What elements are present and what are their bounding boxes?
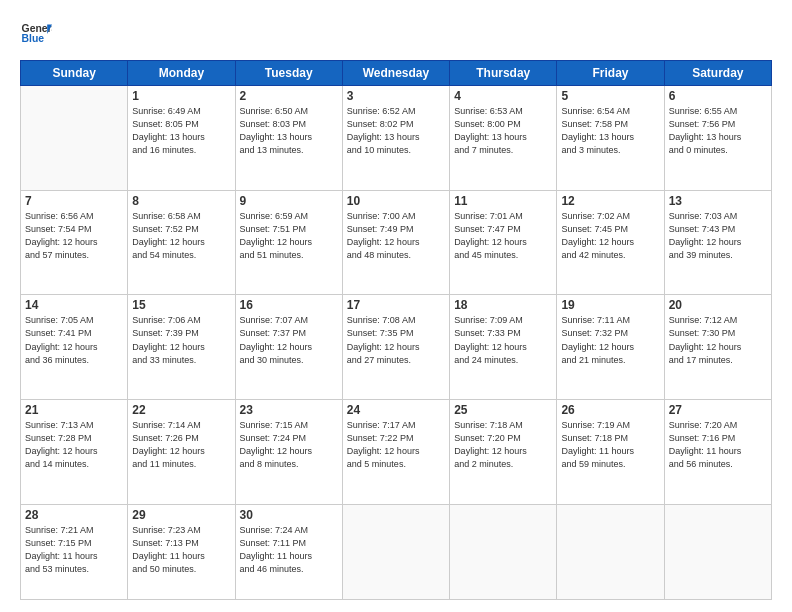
day-info: Sunrise: 6:49 AM Sunset: 8:05 PM Dayligh… <box>132 105 230 157</box>
day-number: 29 <box>132 508 230 522</box>
day-number: 7 <box>25 194 123 208</box>
day-number: 2 <box>240 89 338 103</box>
day-info: Sunrise: 7:20 AM Sunset: 7:16 PM Dayligh… <box>669 419 767 471</box>
day-info: Sunrise: 7:00 AM Sunset: 7:49 PM Dayligh… <box>347 210 445 262</box>
day-info: Sunrise: 6:55 AM Sunset: 7:56 PM Dayligh… <box>669 105 767 157</box>
day-number: 27 <box>669 403 767 417</box>
day-info: Sunrise: 7:05 AM Sunset: 7:41 PM Dayligh… <box>25 314 123 366</box>
day-number: 6 <box>669 89 767 103</box>
day-info: Sunrise: 6:52 AM Sunset: 8:02 PM Dayligh… <box>347 105 445 157</box>
day-number: 15 <box>132 298 230 312</box>
day-number: 16 <box>240 298 338 312</box>
day-info: Sunrise: 6:56 AM Sunset: 7:54 PM Dayligh… <box>25 210 123 262</box>
day-number: 24 <box>347 403 445 417</box>
day-info: Sunrise: 6:53 AM Sunset: 8:00 PM Dayligh… <box>454 105 552 157</box>
calendar-cell: 16Sunrise: 7:07 AM Sunset: 7:37 PM Dayli… <box>235 295 342 400</box>
calendar-cell <box>342 504 449 599</box>
day-number: 28 <box>25 508 123 522</box>
day-number: 20 <box>669 298 767 312</box>
calendar-cell: 17Sunrise: 7:08 AM Sunset: 7:35 PM Dayli… <box>342 295 449 400</box>
calendar-cell: 26Sunrise: 7:19 AM Sunset: 7:18 PM Dayli… <box>557 400 664 505</box>
calendar-cell: 15Sunrise: 7:06 AM Sunset: 7:39 PM Dayli… <box>128 295 235 400</box>
calendar-cell: 19Sunrise: 7:11 AM Sunset: 7:32 PM Dayli… <box>557 295 664 400</box>
day-number: 30 <box>240 508 338 522</box>
calendar-cell <box>21 86 128 191</box>
day-number: 1 <box>132 89 230 103</box>
calendar-cell: 30Sunrise: 7:24 AM Sunset: 7:11 PM Dayli… <box>235 504 342 599</box>
weekday-wednesday: Wednesday <box>342 61 449 86</box>
calendar-cell: 27Sunrise: 7:20 AM Sunset: 7:16 PM Dayli… <box>664 400 771 505</box>
calendar-cell: 14Sunrise: 7:05 AM Sunset: 7:41 PM Dayli… <box>21 295 128 400</box>
day-info: Sunrise: 7:24 AM Sunset: 7:11 PM Dayligh… <box>240 524 338 576</box>
week-row-3: 21Sunrise: 7:13 AM Sunset: 7:28 PM Dayli… <box>21 400 772 505</box>
calendar-cell: 7Sunrise: 6:56 AM Sunset: 7:54 PM Daylig… <box>21 190 128 295</box>
day-info: Sunrise: 7:02 AM Sunset: 7:45 PM Dayligh… <box>561 210 659 262</box>
day-number: 10 <box>347 194 445 208</box>
day-info: Sunrise: 7:13 AM Sunset: 7:28 PM Dayligh… <box>25 419 123 471</box>
calendar-table: SundayMondayTuesdayWednesdayThursdayFrid… <box>20 60 772 600</box>
day-number: 14 <box>25 298 123 312</box>
day-info: Sunrise: 7:12 AM Sunset: 7:30 PM Dayligh… <box>669 314 767 366</box>
svg-text:Blue: Blue <box>22 33 45 44</box>
calendar-cell: 11Sunrise: 7:01 AM Sunset: 7:47 PM Dayli… <box>450 190 557 295</box>
day-number: 17 <box>347 298 445 312</box>
week-row-0: 1Sunrise: 6:49 AM Sunset: 8:05 PM Daylig… <box>21 86 772 191</box>
day-number: 19 <box>561 298 659 312</box>
calendar-cell: 1Sunrise: 6:49 AM Sunset: 8:05 PM Daylig… <box>128 86 235 191</box>
calendar-cell: 12Sunrise: 7:02 AM Sunset: 7:45 PM Dayli… <box>557 190 664 295</box>
weekday-thursday: Thursday <box>450 61 557 86</box>
day-info: Sunrise: 7:07 AM Sunset: 7:37 PM Dayligh… <box>240 314 338 366</box>
day-number: 9 <box>240 194 338 208</box>
day-info: Sunrise: 7:15 AM Sunset: 7:24 PM Dayligh… <box>240 419 338 471</box>
calendar-cell: 9Sunrise: 6:59 AM Sunset: 7:51 PM Daylig… <box>235 190 342 295</box>
page: General Blue SundayMondayTuesdayWednesda… <box>0 0 792 612</box>
day-number: 18 <box>454 298 552 312</box>
calendar-cell: 8Sunrise: 6:58 AM Sunset: 7:52 PM Daylig… <box>128 190 235 295</box>
calendar-cell: 20Sunrise: 7:12 AM Sunset: 7:30 PM Dayli… <box>664 295 771 400</box>
day-number: 12 <box>561 194 659 208</box>
day-info: Sunrise: 7:11 AM Sunset: 7:32 PM Dayligh… <box>561 314 659 366</box>
calendar-cell: 13Sunrise: 7:03 AM Sunset: 7:43 PM Dayli… <box>664 190 771 295</box>
calendar-cell: 6Sunrise: 6:55 AM Sunset: 7:56 PM Daylig… <box>664 86 771 191</box>
logo-icon: General Blue <box>20 18 52 50</box>
day-info: Sunrise: 7:01 AM Sunset: 7:47 PM Dayligh… <box>454 210 552 262</box>
week-row-2: 14Sunrise: 7:05 AM Sunset: 7:41 PM Dayli… <box>21 295 772 400</box>
calendar-cell <box>450 504 557 599</box>
day-info: Sunrise: 7:17 AM Sunset: 7:22 PM Dayligh… <box>347 419 445 471</box>
weekday-sunday: Sunday <box>21 61 128 86</box>
day-info: Sunrise: 7:14 AM Sunset: 7:26 PM Dayligh… <box>132 419 230 471</box>
calendar-cell: 29Sunrise: 7:23 AM Sunset: 7:13 PM Dayli… <box>128 504 235 599</box>
day-info: Sunrise: 7:06 AM Sunset: 7:39 PM Dayligh… <box>132 314 230 366</box>
day-info: Sunrise: 6:50 AM Sunset: 8:03 PM Dayligh… <box>240 105 338 157</box>
header: General Blue <box>20 18 772 50</box>
weekday-friday: Friday <box>557 61 664 86</box>
day-info: Sunrise: 7:03 AM Sunset: 7:43 PM Dayligh… <box>669 210 767 262</box>
calendar-cell: 4Sunrise: 6:53 AM Sunset: 8:00 PM Daylig… <box>450 86 557 191</box>
calendar-cell: 5Sunrise: 6:54 AM Sunset: 7:58 PM Daylig… <box>557 86 664 191</box>
calendar-cell <box>557 504 664 599</box>
weekday-saturday: Saturday <box>664 61 771 86</box>
day-info: Sunrise: 6:54 AM Sunset: 7:58 PM Dayligh… <box>561 105 659 157</box>
day-info: Sunrise: 6:58 AM Sunset: 7:52 PM Dayligh… <box>132 210 230 262</box>
day-info: Sunrise: 7:18 AM Sunset: 7:20 PM Dayligh… <box>454 419 552 471</box>
day-number: 22 <box>132 403 230 417</box>
day-info: Sunrise: 7:21 AM Sunset: 7:15 PM Dayligh… <box>25 524 123 576</box>
calendar-cell: 25Sunrise: 7:18 AM Sunset: 7:20 PM Dayli… <box>450 400 557 505</box>
day-info: Sunrise: 7:09 AM Sunset: 7:33 PM Dayligh… <box>454 314 552 366</box>
week-row-4: 28Sunrise: 7:21 AM Sunset: 7:15 PM Dayli… <box>21 504 772 599</box>
weekday-monday: Monday <box>128 61 235 86</box>
calendar-cell: 18Sunrise: 7:09 AM Sunset: 7:33 PM Dayli… <box>450 295 557 400</box>
day-info: Sunrise: 6:59 AM Sunset: 7:51 PM Dayligh… <box>240 210 338 262</box>
day-number: 8 <box>132 194 230 208</box>
weekday-tuesday: Tuesday <box>235 61 342 86</box>
day-info: Sunrise: 7:08 AM Sunset: 7:35 PM Dayligh… <box>347 314 445 366</box>
calendar-cell: 3Sunrise: 6:52 AM Sunset: 8:02 PM Daylig… <box>342 86 449 191</box>
day-number: 3 <box>347 89 445 103</box>
week-row-1: 7Sunrise: 6:56 AM Sunset: 7:54 PM Daylig… <box>21 190 772 295</box>
logo: General Blue <box>20 18 52 50</box>
day-number: 25 <box>454 403 552 417</box>
calendar-cell: 23Sunrise: 7:15 AM Sunset: 7:24 PM Dayli… <box>235 400 342 505</box>
calendar-cell: 22Sunrise: 7:14 AM Sunset: 7:26 PM Dayli… <box>128 400 235 505</box>
day-number: 13 <box>669 194 767 208</box>
calendar-cell <box>664 504 771 599</box>
